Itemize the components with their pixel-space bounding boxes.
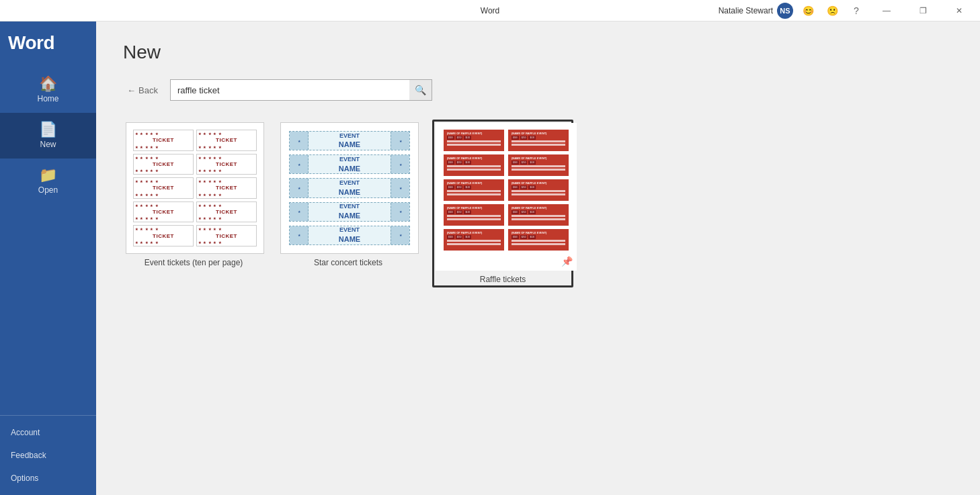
ticket-stub-right: ★ bbox=[391, 132, 409, 150]
ticket-line bbox=[447, 193, 501, 195]
raffle-ticket-item: (NAME OF RAFFLE EVENT) $500 $250 $100 bbox=[444, 130, 504, 151]
price-tag: $250 bbox=[456, 185, 463, 189]
price-tag: $100 bbox=[464, 210, 471, 214]
ticket-body: EVENT NAME bbox=[309, 179, 391, 197]
price-tag: $250 bbox=[456, 235, 463, 239]
sidebar-item-open[interactable]: 📁 Open bbox=[0, 159, 96, 204]
template-card-star-concert[interactable]: ★ EVENT NAME ★ ★ EVENT NAME bbox=[278, 120, 419, 287]
raffle-text: (NAME OF RAFFLE EVENT) bbox=[447, 206, 501, 210]
ticket-body: EVENT NAME bbox=[309, 132, 391, 150]
search-button[interactable]: 🔍 bbox=[409, 79, 432, 101]
price-tag: $250 bbox=[520, 235, 528, 239]
concert-ticket: ★ EVENT NAME ★ bbox=[289, 202, 410, 222]
template-thumb-raffle-tickets: (NAME OF RAFFLE EVENT) $500 $250 $100 bbox=[436, 123, 577, 271]
price-tag: $250 bbox=[456, 161, 463, 165]
back-button[interactable]: ← Back bbox=[123, 83, 162, 98]
raffle-row: (NAME OF RAFFLE EVENT) $500 $250 $100 bbox=[444, 179, 569, 201]
ticket-stub: ★ bbox=[290, 132, 309, 150]
ticket-mini: TICKET bbox=[196, 130, 257, 151]
ticket-line bbox=[447, 215, 501, 217]
sidebar-item-account[interactable]: Account bbox=[0, 421, 96, 444]
raffle-text: (NAME OF RAFFLE EVENT) bbox=[447, 156, 501, 160]
ticket-line bbox=[512, 140, 565, 142]
close-btn[interactable]: ✕ bbox=[944, 0, 975, 21]
template-label-raffle-tickets: Raffle tickets bbox=[436, 275, 570, 284]
price-tag: $500 bbox=[447, 136, 454, 140]
price-tag: $500 bbox=[447, 185, 454, 189]
raffle-prices: $500 $250 $100 bbox=[512, 161, 565, 165]
ticket-stub: ★ bbox=[290, 226, 309, 244]
search-wrapper: 🔍 bbox=[170, 79, 432, 101]
user-avatar[interactable]: NS bbox=[777, 3, 793, 19]
ticket-mini: TICKET bbox=[133, 201, 194, 223]
titlebar-right: Natalie Stewart NS 😊 🙁 ? — ❐ ✕ bbox=[719, 0, 975, 21]
emoji-frown-btn[interactable]: 🙁 bbox=[823, 1, 842, 20]
raffle-tickets-preview: (NAME OF RAFFLE EVENT) $500 $250 $100 bbox=[436, 123, 577, 271]
ticket-line bbox=[447, 140, 501, 142]
new-icon: 📄 bbox=[39, 122, 57, 137]
ticket-line bbox=[512, 169, 565, 171]
raffle-ticket-item: (NAME OF RAFFLE EVENT) $500 $250 $100 bbox=[444, 204, 504, 226]
ticket-stub-right: ★ bbox=[391, 226, 409, 244]
price-tag: $500 bbox=[512, 161, 519, 165]
help-btn[interactable]: ? bbox=[847, 1, 866, 20]
ticket-line bbox=[447, 165, 501, 167]
price-tag: $250 bbox=[456, 136, 463, 140]
ticket-line bbox=[447, 218, 501, 220]
raffle-prices: $500 $250 $100 bbox=[512, 136, 565, 140]
sidebar-item-home-label: Home bbox=[37, 94, 58, 103]
ticket-line bbox=[512, 144, 565, 146]
template-card-event-tickets[interactable]: TICKET TICKET TICKET TICKET TICKET TICKE… bbox=[123, 120, 264, 287]
emoji-feedback-btn[interactable]: 😊 bbox=[799, 1, 817, 20]
raffle-text: (NAME OF RAFFLE EVENT) bbox=[447, 181, 501, 185]
minimize-btn[interactable]: — bbox=[871, 0, 902, 21]
raffle-ticket-item: (NAME OF RAFFLE EVENT) $500 $250 $100 bbox=[508, 154, 569, 176]
app-logo: Word bbox=[0, 21, 96, 67]
raffle-row: (NAME OF RAFFLE EVENT) $500 $250 $100 bbox=[444, 204, 569, 226]
price-tag: $250 bbox=[520, 161, 528, 165]
ticket-stub-right: ★ bbox=[391, 203, 409, 221]
ticket-line bbox=[512, 190, 565, 192]
template-card-raffle-tickets[interactable]: (NAME OF RAFFLE EVENT) $500 $250 $100 bbox=[432, 120, 573, 287]
price-tag: $100 bbox=[464, 136, 471, 140]
template-label-event-tickets: Event tickets (ten per page) bbox=[126, 258, 261, 267]
raffle-text: (NAME OF RAFFLE EVENT) bbox=[512, 132, 565, 135]
content-area: New ← Back 🔍 TICKET TICKET bbox=[96, 21, 980, 495]
maximize-btn[interactable]: ❐ bbox=[907, 0, 938, 21]
ticket-mini: TICKET bbox=[196, 177, 257, 199]
price-tag: $500 bbox=[512, 136, 519, 140]
raffle-text: (NAME OF RAFFLE EVENT) bbox=[512, 156, 565, 160]
ticket-stub-right: ★ bbox=[391, 179, 409, 197]
titlebar-user: Natalie Stewart NS bbox=[719, 3, 793, 19]
pin-icon[interactable]: 📌 bbox=[561, 256, 573, 267]
ticket-line bbox=[447, 144, 501, 146]
price-tag: $250 bbox=[520, 136, 528, 140]
price-tag: $100 bbox=[528, 185, 536, 189]
sidebar-item-home[interactable]: 🏠 Home bbox=[0, 67, 96, 113]
concert-ticket: ★ EVENT NAME ★ bbox=[289, 131, 410, 150]
sidebar-item-options[interactable]: Options bbox=[0, 467, 96, 490]
raffle-prices: $500 $250 $100 bbox=[512, 185, 565, 189]
raffle-ticket-item: (NAME OF RAFFLE EVENT) $500 $250 $100 bbox=[444, 154, 504, 176]
ticket-mini: TICKET bbox=[133, 177, 194, 199]
ticket-line bbox=[447, 243, 501, 245]
price-tag: $100 bbox=[528, 136, 536, 140]
price-tag: $100 bbox=[464, 185, 471, 189]
raffle-prices: $500 $250 $100 bbox=[447, 161, 501, 165]
ticket-mini: TICKET bbox=[133, 154, 194, 175]
price-tag: $100 bbox=[528, 210, 536, 214]
ticket-line bbox=[512, 240, 565, 242]
raffle-ticket-item: (NAME OF RAFFLE EVENT) $500 $250 $100 bbox=[444, 179, 504, 201]
price-tag: $100 bbox=[464, 161, 471, 165]
ticket-stub: ★ bbox=[290, 203, 309, 221]
sidebar-item-new[interactable]: 📄 New bbox=[0, 113, 96, 159]
template-grid: TICKET TICKET TICKET TICKET TICKET TICKE… bbox=[123, 120, 953, 287]
ticket-stub: ★ bbox=[290, 179, 309, 197]
price-tag: $500 bbox=[512, 185, 519, 189]
price-tag: $250 bbox=[520, 210, 528, 214]
template-label-star-concert: Star concert tickets bbox=[280, 258, 416, 267]
concert-ticket: ★ EVENT NAME ★ bbox=[289, 226, 410, 245]
sidebar-item-feedback[interactable]: Feedback bbox=[0, 444, 96, 467]
back-arrow-icon: ← bbox=[127, 85, 136, 95]
search-input[interactable] bbox=[170, 79, 432, 101]
